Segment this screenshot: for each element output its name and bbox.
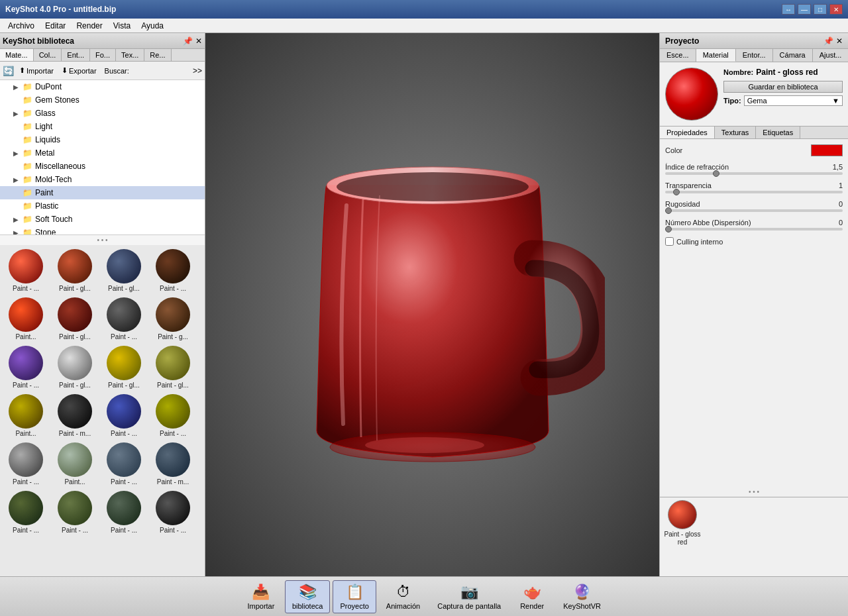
tree-item-light[interactable]: 📁Light: [0, 120, 205, 133]
thumbnail-item-4[interactable]: Paint...: [3, 296, 49, 342]
tree-item-gem-stones[interactable]: 📁Gem Stones: [0, 93, 205, 107]
thumbnail-item-22[interactable]: Paint - ...: [101, 489, 147, 535]
mat-prop-tab-texturas[interactable]: Texturas: [715, 127, 757, 138]
win-close-btn[interactable]: ✕: [829, 4, 843, 15]
win-max-btn[interactable]: □: [814, 4, 827, 15]
more-btn[interactable]: >>: [193, 66, 202, 76]
material-name-value: Paint - gloss red: [756, 68, 818, 77]
right-panel-tabs: Esce...MaterialEntor...CámaraAjust...: [660, 49, 848, 62]
thumbnail-item-15[interactable]: Paint - ...: [150, 393, 196, 438]
bottom-btn-label-0: Importar: [247, 602, 274, 610]
thumbnail-item-0[interactable]: Paint - ...: [3, 248, 49, 293]
prop-slider-3[interactable]: [665, 209, 843, 212]
thumbnail-item-17[interactable]: Paint...: [52, 441, 98, 487]
thumbnail-item-9[interactable]: Paint - gl...: [52, 344, 98, 390]
checkbox-5[interactable]: [665, 237, 674, 246]
tree-item-glass[interactable]: ▶📁Glass: [0, 107, 205, 120]
mat-prop-tab-propiedades[interactable]: Propiedades: [660, 127, 715, 138]
thumbnail-item-19[interactable]: Paint - m...: [150, 441, 196, 487]
bottom-btn-biblioteca[interactable]: 📚biblioteca: [285, 580, 330, 613]
menubar-item-render[interactable]: Render: [71, 20, 107, 32]
lib-tab-5[interactable]: Re...: [144, 49, 171, 61]
tree-item-mold-tech[interactable]: ▶📁Mold-Tech: [0, 173, 205, 186]
tree-item-metal[interactable]: ▶📁Metal: [0, 146, 205, 160]
thumbnail-item-12[interactable]: Paint...: [3, 393, 49, 438]
tree-item-soft-touch[interactable]: ▶📁Soft Touch: [0, 213, 205, 226]
thumbnail-item-3[interactable]: Paint - ...: [150, 248, 196, 293]
thumbnail-item-8[interactable]: Paint - ...: [3, 344, 49, 390]
scene-item-0[interactable]: Paint - gloss red: [662, 500, 702, 546]
right-tab-c-mara[interactable]: Cámara: [773, 49, 813, 62]
material-sphere: [665, 68, 718, 121]
thumbnail-item-7[interactable]: Paint - g...: [150, 296, 196, 342]
mug-svg: [260, 99, 605, 510]
tree-item-miscellaneous[interactable]: 📁Miscellaneous: [0, 160, 205, 173]
thumbnail-item-23[interactable]: Paint - ...: [150, 489, 196, 535]
prop-row-3: Rugosidad0: [665, 200, 843, 212]
right-tab-entor---[interactable]: Entor...: [736, 49, 773, 62]
thumbnail-item-20[interactable]: Paint - ...: [3, 489, 49, 535]
menubar-item-vista[interactable]: Vista: [108, 20, 136, 32]
bottom-btn-animaci-n[interactable]: ⏱Animación: [379, 580, 427, 613]
color-picker-0[interactable]: [811, 144, 843, 156]
thumbnail-label-1: Paint - gl...: [59, 285, 91, 292]
tree-item-dupont[interactable]: ▶📁DuPont: [0, 80, 205, 93]
prop-value-2: 1: [839, 181, 843, 189]
material-type-select[interactable]: Gema ▼: [744, 95, 843, 106]
thumbnail-item-5[interactable]: Paint - gl...: [52, 296, 98, 342]
bottom-btn-importar[interactable]: 📥Importar: [240, 580, 282, 613]
thumbnail-item-18[interactable]: Paint - ...: [101, 441, 147, 487]
thumbnail-item-13[interactable]: Paint - m...: [52, 393, 98, 438]
import-icon: ⬆: [19, 66, 25, 75]
menubar-item-archivo[interactable]: Archivo: [3, 20, 40, 32]
tree-item-liquids[interactable]: 📁Liquids: [0, 133, 205, 146]
bottom-btn-label-5: Render: [520, 602, 544, 610]
tree-item-paint[interactable]: 📁Paint: [0, 186, 205, 199]
lib-tab-2[interactable]: Ent...: [62, 49, 90, 61]
thumbnail-item-6[interactable]: Paint - ...: [101, 296, 147, 342]
tree-arrow-icon: ▶: [13, 110, 23, 117]
thumbnail-item-16[interactable]: Paint - ...: [3, 441, 49, 487]
right-tab-ajust---[interactable]: Ajust...: [813, 49, 848, 62]
tree-item-plastic[interactable]: 📁Plastic: [0, 199, 205, 213]
thumbnail-item-1[interactable]: Paint - gl...: [52, 248, 98, 293]
right-tab-material[interactable]: Material: [696, 49, 736, 62]
lib-tab-0[interactable]: Mate...: [0, 49, 34, 61]
mat-prop-tab-etiquetas[interactable]: Etiquetas: [756, 127, 800, 138]
export-btn[interactable]: ⬇ Exportar: [59, 66, 99, 76]
thumbnail-item-21[interactable]: Paint - ...: [52, 489, 98, 535]
material-info: Nombre: Paint - gloss red Guardar en bib…: [723, 68, 843, 106]
right-close-icon[interactable]: ✕: [836, 36, 843, 46]
thumbnail-item-14[interactable]: Paint - ...: [101, 393, 147, 438]
bottom-btn-captura-de-pantalla[interactable]: 📷Captura de pantalla: [430, 580, 508, 613]
thumbnail-item-11[interactable]: Paint - gl...: [150, 344, 196, 390]
thumbnail-label-16: Paint - ...: [13, 478, 39, 486]
thumbnail-item-2[interactable]: Paint - gl...: [101, 248, 147, 293]
library-close-btn[interactable]: ✕: [195, 36, 202, 46]
win-min-btn[interactable]: —: [798, 4, 811, 15]
refresh-icon[interactable]: 🔄: [3, 66, 14, 76]
svg-point-3: [365, 437, 484, 453]
right-tab-esce---[interactable]: Esce...: [660, 49, 696, 62]
right-pin-icon[interactable]: 📌: [823, 36, 833, 46]
menubar-item-editar[interactable]: Editar: [40, 20, 71, 32]
bottom-btn-render[interactable]: 🫖Render: [511, 580, 553, 613]
library-pin-btn[interactable]: 📌: [183, 36, 193, 46]
bottom-btn-proyecto[interactable]: 📋Proyecto: [333, 580, 376, 613]
viewport[interactable]: [205, 33, 659, 576]
prop-slider-4[interactable]: [665, 228, 843, 231]
lib-tab-3[interactable]: Fo...: [90, 49, 116, 61]
prop-slider-2[interactable]: [665, 191, 843, 193]
lib-tab-1[interactable]: Col...: [34, 49, 62, 61]
thumbnail-sphere-12: [9, 394, 43, 429]
lib-tab-4[interactable]: Tex...: [116, 49, 144, 61]
bottom-btn-keyshotvr[interactable]: 🔮KeyShotVR: [556, 580, 608, 613]
prop-slider-1[interactable]: [665, 172, 843, 175]
tree-item-stone[interactable]: ▶📁Stone: [0, 226, 205, 235]
save-library-button[interactable]: Guardar en biblioteca: [723, 81, 843, 93]
thumbnail-label-8: Paint - ...: [13, 382, 39, 389]
thumbnail-item-10[interactable]: Paint - gl...: [101, 344, 147, 390]
import-btn[interactable]: ⬆ Importar: [17, 66, 56, 76]
menubar-item-ayuda[interactable]: Ayuda: [136, 20, 169, 32]
win-back-btn[interactable]: ↔: [782, 4, 795, 15]
